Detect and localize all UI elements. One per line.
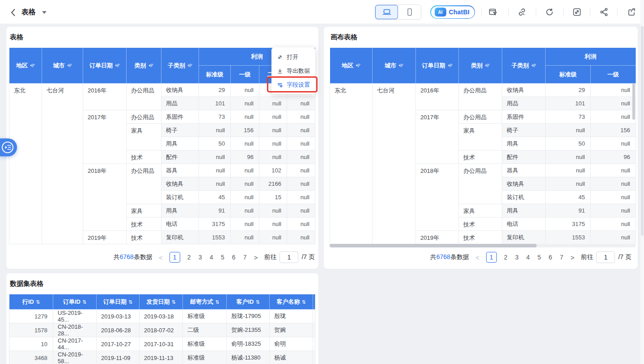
chevron-down-icon[interactable]	[42, 11, 47, 14]
table-cell: null	[231, 231, 259, 244]
page-4-button[interactable]: 4	[209, 254, 214, 261]
column-header[interactable]: 城市	[373, 48, 416, 84]
page-3-button[interactable]: 3	[198, 254, 203, 261]
table-cell: 技术	[459, 231, 502, 244]
table-cell: CN-2017-44...	[53, 337, 97, 351]
prev-page-button[interactable]: <	[475, 254, 479, 261]
column-header-label: 城市	[385, 62, 396, 69]
next-page-button[interactable]: >	[254, 254, 258, 261]
page-6-button[interactable]: 6	[548, 254, 553, 261]
list-panel-icon	[0, 138, 17, 156]
chatbi-button[interactable]: AI ChatBI	[430, 5, 475, 19]
mobile-mode-button[interactable]	[398, 5, 421, 19]
table-cell: null	[231, 97, 259, 110]
column-header[interactable]: 地区	[330, 48, 373, 84]
table-cell: 1553	[546, 231, 591, 244]
page-scrollbar[interactable]	[640, 0, 644, 364]
page-numbers: <1234567>	[159, 252, 258, 263]
page-7-button[interactable]: 7	[243, 254, 247, 261]
fullscreen-icon[interactable]	[572, 7, 582, 17]
table-cell: 器具	[161, 164, 199, 177]
column-header-label: 利润	[585, 53, 597, 60]
global-filter-icon[interactable]	[488, 7, 498, 17]
menu-item-field-settings[interactable]: 字段设置	[271, 78, 315, 92]
table-cell: 2166	[259, 177, 287, 191]
column-header[interactable]: 发货日期⇅	[140, 294, 183, 310]
page-7-button[interactable]: 7	[559, 254, 564, 261]
column-header[interactable]: 订单日期	[83, 48, 127, 84]
column-header-label: 城市	[53, 62, 65, 69]
share-icon[interactable]	[599, 7, 609, 17]
column-header: 一级	[231, 66, 259, 84]
page-2-button[interactable]: 2	[504, 254, 508, 261]
back-button[interactable]	[8, 7, 19, 18]
page-5-button[interactable]: 5	[220, 254, 225, 261]
column-header: 利润	[546, 48, 636, 66]
table-cell: 156	[231, 124, 259, 137]
table-cell: null	[591, 204, 636, 218]
column-header[interactable]: 订单日期	[416, 48, 459, 84]
table-cell: null	[199, 124, 231, 137]
table-cell: 二级	[183, 323, 227, 337]
page-3-button[interactable]: 3	[515, 254, 519, 261]
export-icon[interactable]	[627, 7, 636, 17]
column-header[interactable]: 地区	[9, 48, 42, 84]
scrollbar-thumb[interactable]	[330, 244, 537, 247]
column-header[interactable]: 类别	[459, 48, 502, 84]
page-1-button[interactable]: 1	[169, 252, 180, 263]
page-4-button[interactable]: 4	[526, 254, 530, 261]
scrollbar-thumb[interactable]	[641, 26, 644, 236]
column-header[interactable]: 客户ID⇅	[227, 294, 270, 310]
column-header[interactable]: 城市	[42, 48, 83, 84]
link-icon[interactable]	[517, 7, 527, 17]
column-header[interactable]: 行ID⇅	[9, 294, 53, 310]
page-5-button[interactable]: 5	[537, 254, 542, 261]
table-cell: 2017-10-27	[97, 337, 140, 351]
table-cell: 2017年	[416, 110, 459, 164]
column-header-label: 订单日期	[103, 298, 127, 305]
column-header[interactable]: 客户名称⇅	[270, 294, 313, 310]
data-panel-toggle-button[interactable]	[0, 138, 17, 156]
table-cell: null	[287, 164, 315, 177]
table-cell: null	[546, 164, 591, 177]
table-cell: 156	[591, 124, 636, 137]
next-page-button[interactable]: >	[571, 254, 575, 261]
sort-icon	[531, 63, 536, 69]
menu-item-export-data[interactable]: 导出数据	[271, 64, 315, 78]
table-row: 东北七台河2016年办公用品收纳具29null	[330, 84, 636, 97]
column-header-label: 一级	[239, 71, 251, 78]
table-cell: 殷珑	[270, 310, 313, 323]
prev-page-button[interactable]: <	[159, 254, 163, 261]
table-cell: CN-2019-58...	[53, 351, 97, 364]
column-header[interactable]: 子类别	[161, 48, 199, 84]
table-cell	[313, 337, 315, 351]
table-cell: 1279	[9, 310, 53, 323]
ai-badge-icon: AI	[435, 8, 446, 17]
column-header[interactable]: 子类别	[502, 48, 546, 84]
desktop-mode-button[interactable]	[375, 5, 398, 19]
page-2-button[interactable]: 2	[187, 254, 191, 261]
table-cell: null	[287, 151, 315, 164]
table-cell: null	[287, 97, 315, 110]
column-header[interactable]: 邮寄方式⇅	[183, 294, 227, 310]
page-6-button[interactable]: 6	[232, 254, 236, 261]
table-row: 1279US-2019-45...2019-03-132019-03-18标准级…	[9, 310, 315, 323]
page-1-button[interactable]: 1	[486, 252, 497, 263]
table-cell: 椅子	[161, 124, 199, 137]
column-header[interactable]: 订单ID⇅	[53, 294, 97, 310]
column-header[interactable]: 订单日期⇅	[97, 294, 140, 310]
sort-icon	[398, 63, 403, 69]
table-cell: 七台河	[42, 84, 83, 244]
horizontal-scrollbar[interactable]	[330, 244, 636, 247]
refresh-icon[interactable]	[545, 7, 555, 17]
table-cell: 29	[546, 84, 591, 97]
table-cell: null	[287, 124, 315, 137]
table-row: 东北七台河2016年办公用品收纳具29null	[9, 84, 315, 97]
column-header[interactable]: 类别	[127, 48, 161, 84]
column-header-label: 类别	[135, 62, 146, 69]
menu-item-open[interactable]: 打开	[271, 50, 315, 64]
column-header-label: 订单日期	[422, 62, 445, 69]
goto-page-input[interactable]	[280, 251, 298, 263]
vertical-scrollbar[interactable]	[632, 83, 635, 120]
goto-page-input[interactable]	[596, 251, 615, 263]
